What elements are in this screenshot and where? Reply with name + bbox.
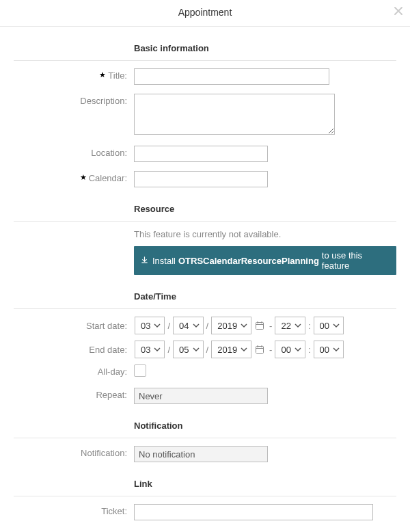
end-month-select[interactable]: 03 (135, 341, 165, 358)
chevron-down-icon (333, 346, 340, 353)
label-all-day: All-day: (98, 367, 127, 377)
chevron-down-icon (154, 322, 161, 329)
required-icon: ★ (80, 173, 87, 181)
chevron-down-icon (333, 322, 340, 329)
dialog-title: Appointment (178, 7, 232, 18)
label-end-date: End date: (89, 345, 127, 355)
end-year-select[interactable]: 2019 (211, 341, 251, 358)
banner-suffix: to use this feature (322, 250, 390, 271)
start-minute-select[interactable]: 00 (314, 317, 344, 334)
all-day-checkbox[interactable] (134, 364, 146, 377)
chevron-down-icon (193, 346, 200, 353)
section-title-notification: Notification (134, 416, 396, 435)
banner-prefix: Install (152, 256, 176, 266)
label-title: Title: (108, 70, 127, 81)
divider (14, 221, 396, 222)
chevron-down-icon (154, 346, 161, 353)
section-link: Link (14, 475, 396, 493)
close-icon[interactable] (394, 5, 403, 18)
required-icon: ★ (99, 70, 106, 79)
chevron-down-icon (295, 322, 301, 329)
start-day-select[interactable]: 04 (173, 317, 203, 334)
dialog-header: Appointment (0, 0, 410, 27)
start-year-select[interactable]: 2019 (211, 317, 251, 334)
calendar-icon[interactable] (255, 321, 264, 330)
divider (14, 496, 396, 496)
label-ticket: Ticket: (101, 506, 127, 516)
chevron-down-icon (193, 322, 200, 329)
time-separator-dash: - (267, 321, 274, 331)
description-textarea[interactable] (134, 94, 335, 135)
divider (14, 60, 396, 61)
svg-rect-4 (256, 347, 264, 354)
section-title-basic: Basic information (134, 39, 396, 57)
date-separator: / (165, 345, 172, 355)
dialog-body: Basic information ★Title: Description: L… (0, 39, 410, 532)
section-title-datetime: Date/Time (134, 287, 396, 306)
appointment-dialog: Appointment Basic information ★Title: De… (0, 0, 410, 532)
download-icon (141, 256, 148, 266)
end-day-select[interactable]: 05 (173, 341, 203, 358)
label-calendar: Calendar: (89, 173, 127, 183)
section-basic: Basic information (14, 39, 396, 57)
calendar-icon[interactable] (255, 345, 264, 354)
time-separator-dash: - (267, 345, 274, 355)
label-notification: Notification: (81, 448, 127, 458)
notification-select[interactable]: No notification (134, 446, 268, 462)
date-separator: / (204, 345, 211, 355)
section-notification: Notification (14, 416, 396, 435)
divider (14, 438, 396, 438)
chevron-down-icon (241, 322, 247, 329)
section-title-resource: Resource (134, 200, 396, 218)
calendar-select[interactable] (134, 171, 268, 187)
resource-install-banner[interactable]: Install OTRSCalendarResourcePlanning to … (134, 246, 396, 275)
location-input[interactable] (134, 146, 268, 162)
section-title-link: Link (134, 475, 396, 493)
chevron-down-icon (295, 346, 301, 353)
label-start-date: Start date: (86, 321, 127, 331)
divider (14, 308, 396, 309)
start-hour-select[interactable]: 22 (275, 317, 305, 334)
date-separator: / (165, 321, 172, 331)
time-separator-colon: : (306, 345, 313, 355)
end-hour-select[interactable]: 00 (275, 341, 305, 358)
svg-rect-0 (256, 323, 264, 330)
banner-package: OTRSCalendarResourcePlanning (178, 256, 319, 266)
time-separator-colon: : (306, 321, 313, 331)
label-location: Location: (91, 148, 127, 158)
chevron-down-icon (241, 346, 247, 353)
start-month-select[interactable]: 03 (135, 317, 165, 334)
date-separator: / (204, 321, 211, 331)
section-resource: Resource (14, 200, 396, 218)
label-repeat: Repeat: (96, 390, 127, 400)
ticket-input[interactable] (134, 504, 373, 520)
title-input[interactable] (134, 68, 329, 85)
resource-unavailable-note: This feature is currently not available. (134, 229, 396, 239)
label-description: Description: (80, 96, 127, 106)
repeat-select[interactable]: Never (134, 388, 268, 404)
end-minute-select[interactable]: 00 (314, 341, 344, 358)
section-datetime: Date/Time (14, 287, 396, 306)
